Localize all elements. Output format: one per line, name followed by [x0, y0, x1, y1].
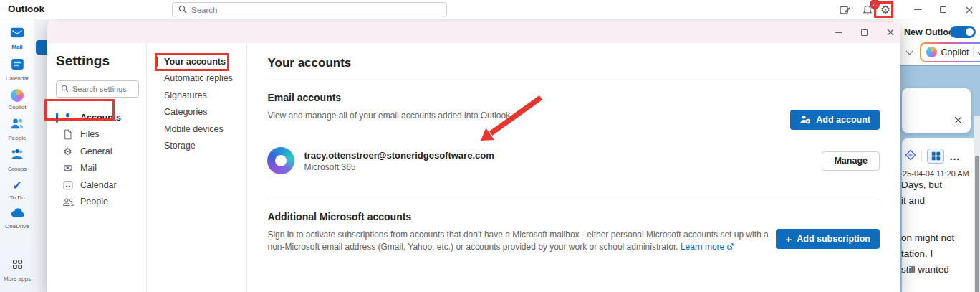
notifications-bell-icon[interactable]: 4 [860, 3, 875, 17]
copilot-icon [926, 47, 937, 57]
subnav-automatic-replies[interactable]: Automatic replies [155, 70, 246, 88]
global-search-box[interactable] [172, 2, 447, 17]
apps-grid-icon[interactable] [927, 149, 944, 164]
annotation-box-accounts [44, 99, 115, 121]
search-icon [61, 83, 69, 95]
mail-window-right-edge: New Outlook Copilot … 25-04-04 1 [900, 19, 980, 292]
maximize-icon [940, 6, 946, 13]
scrollbar-thumb[interactable] [975, 156, 979, 292]
settings-nav-files[interactable]: Files [56, 126, 139, 143]
additional-accounts-heading: Additional Microsoft accounts [267, 211, 880, 222]
subnav-signatures[interactable]: Signatures [155, 87, 246, 104]
settings-nav-general[interactable]: ⚙ General [56, 143, 139, 160]
calendar-icon [62, 180, 74, 190]
settings-dialog-titlebar [47, 22, 900, 43]
close-icon [954, 116, 962, 124]
overlay-close-button[interactable] [951, 113, 965, 127]
accounts-subnav-panel: Your accounts Automatic replies Signatur… [146, 43, 246, 292]
envelope-icon: ✉ [62, 163, 74, 173]
maximize-icon [861, 29, 868, 36]
todo-check-icon: ✓ [12, 179, 22, 192]
settings-search-input[interactable] [72, 85, 134, 93]
scrollbar[interactable] [974, 116, 980, 292]
settings-nav-calendar[interactable]: Calendar [56, 176, 139, 194]
search-input[interactable] [191, 6, 441, 14]
email-accounts-heading: Email accounts [267, 92, 880, 103]
annotation-box-gear [874, 1, 893, 18]
microsoft365-logo-icon [267, 147, 294, 174]
search-overlay-card [902, 88, 971, 133]
divider [267, 80, 880, 80]
rail-item-onedrive[interactable]: OneDrive [0, 208, 34, 230]
window-maximize-button[interactable] [933, 3, 952, 17]
window-minimize-button[interactable] [908, 3, 927, 17]
subnav-mobile-devices[interactable]: Mobile devices [155, 121, 246, 138]
learn-more-link[interactable]: Learn more [681, 242, 724, 252]
annotation-box-your-accounts [155, 53, 229, 71]
minimize-icon [914, 9, 921, 10]
dialog-minimize-button[interactable] [830, 26, 848, 39]
more-options-icon[interactable]: … [949, 154, 960, 159]
dialog-close-button[interactable] [881, 26, 900, 39]
app-top-bar: Outlook 4 ⚙ [0, 0, 980, 19]
toolbar-fragment: New Outlook Copilot [900, 19, 980, 65]
copilot-button[interactable]: Copilot [920, 42, 980, 62]
app-title: Outlook [8, 4, 44, 14]
minimize-icon [835, 32, 842, 33]
document-icon [62, 129, 74, 140]
divider [921, 151, 922, 162]
search-icon [178, 4, 187, 17]
person-add-icon [799, 114, 811, 126]
calendar-icon [11, 57, 24, 73]
additional-accounts-description: Sign in to activate subscriptions from a… [267, 229, 776, 254]
feedback-icon[interactable] [837, 3, 852, 17]
rail-item-calendar[interactable]: Calendar [0, 57, 34, 82]
divider [267, 199, 880, 199]
chevron-down-icon[interactable] [906, 48, 913, 55]
sticker-icon[interactable] [905, 149, 916, 164]
rail-item-more-apps[interactable]: More apps [0, 258, 34, 282]
reading-pane-background: … 25-04-04 11:20 AM Days, but it and on … [900, 65, 980, 292]
page-title: Your accounts [267, 56, 880, 70]
subnav-storage[interactable]: Storage [155, 138, 246, 155]
account-type: Microsoft 365 [304, 162, 822, 172]
subnav-categories[interactable]: Categories [155, 104, 246, 121]
settings-nav-people[interactable]: People [56, 194, 139, 211]
settings-nav-panel: Settings Accounts Files ⚙ [47, 43, 146, 292]
settings-nav-mail[interactable]: ✉ Mail [56, 160, 139, 177]
new-outlook-toggle[interactable] [950, 26, 976, 38]
window-close-button[interactable] [960, 3, 979, 17]
message-body-fragments: Days, but it and on might not tation. I … [901, 177, 954, 278]
dialog-maximize-button[interactable] [855, 26, 873, 39]
copilot-icon [11, 89, 24, 102]
new-mail-button-fragment [36, 40, 47, 55]
rail-item-people[interactable]: People [0, 118, 34, 141]
settings-nav-list: Accounts Files ⚙ General ✉ Mail Calendar [56, 109, 139, 210]
add-subscription-button[interactable]: + Add subscription [776, 229, 880, 249]
people-icon [62, 197, 74, 207]
app-rail: Mail Calendar Copilot People Groups ✓ To… [0, 19, 34, 292]
rail-item-copilot[interactable]: Copilot [0, 89, 34, 110]
plus-icon: + [785, 234, 792, 245]
mail-icon [10, 27, 24, 42]
close-icon [887, 29, 894, 36]
account-row: tracy.ottenstroer@stoneridgesoftware.com… [267, 147, 880, 174]
gear-icon: ⚙ [62, 146, 74, 156]
account-email: tracy.ottenstroer@stoneridgesoftware.com [304, 150, 822, 161]
close-icon [966, 6, 973, 14]
your-accounts-content: Your accounts Email accounts View and ma… [246, 43, 900, 292]
rail-item-groups[interactable]: Groups [0, 149, 34, 172]
settings-search-box[interactable] [56, 80, 139, 98]
groups-icon [10, 149, 24, 164]
people-icon [10, 118, 24, 133]
external-link-icon [724, 242, 733, 252]
more-apps-grid-icon [11, 258, 24, 273]
manage-account-button[interactable]: Manage [822, 151, 880, 171]
divider [973, 47, 974, 57]
rail-item-todo[interactable]: ✓ To Do [0, 179, 34, 201]
rail-item-mail[interactable]: Mail [0, 27, 34, 50]
chevron-down-icon [977, 50, 980, 55]
annotation-arrow [462, 93, 544, 154]
add-account-button[interactable]: Add account [790, 110, 880, 130]
settings-title: Settings [56, 53, 139, 69]
